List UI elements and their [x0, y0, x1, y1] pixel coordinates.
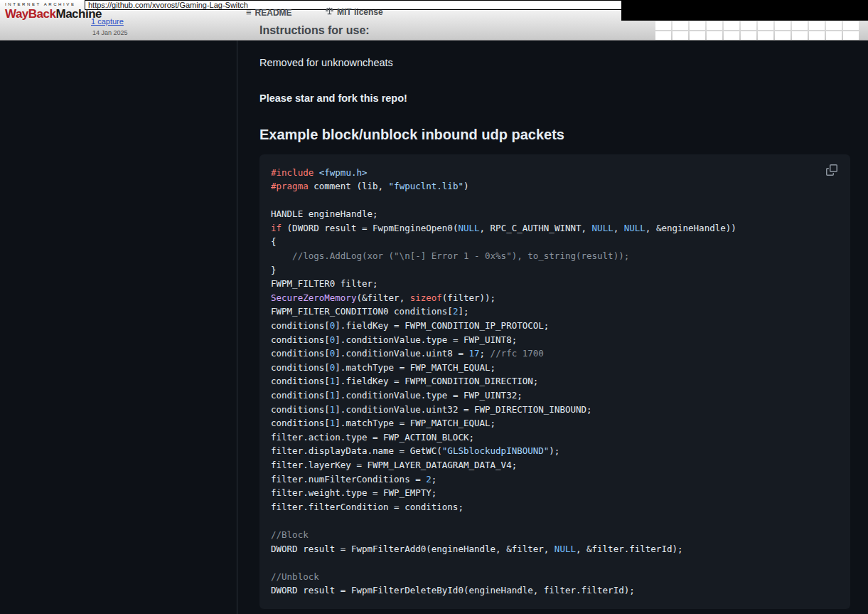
code-token: filter.displayData.name = GetWC(	[271, 445, 442, 456]
code-token: "fwpuclnt.lib"	[389, 181, 464, 191]
code-line	[271, 514, 839, 528]
browser-screen: INTERNET ARCHIVE WayBackMachine 1 captur…	[0, 0, 868, 614]
code-token: SecureZeroMemory	[271, 292, 356, 303]
capture-grid-cell[interactable]	[758, 31, 773, 40]
code-line: //logs.AddLog(xor ("\n[-] Error 1 - 0x%s…	[271, 249, 839, 263]
code-token: DWORD result = FwpmFilterAdd0(engineHand…	[271, 544, 554, 554]
code-token: //Block	[271, 529, 309, 540]
capture-grid-cell[interactable]	[724, 21, 739, 30]
capture-grid-cell[interactable]	[843, 21, 859, 30]
capture-grid-cell[interactable]	[792, 21, 808, 30]
code-token: conditions[	[271, 418, 330, 428]
code-token: , RPC_C_AUTHN_WINNT,	[480, 223, 592, 233]
capture-grid-cell[interactable]	[724, 31, 739, 40]
code-line: }	[271, 263, 839, 277]
code-line: HANDLE engineHandle;	[271, 207, 839, 221]
code-token: filter.layerKey = FWPM_LAYER_DATAGRAM_DA…	[271, 460, 517, 470]
code-token: NULL	[458, 223, 479, 233]
capture-grid-cell[interactable]	[690, 31, 705, 40]
code-line: filter.layerKey = FWPM_LAYER_DATAGRAM_DA…	[271, 458, 839, 472]
capture-grid-cell[interactable]	[843, 31, 859, 40]
code-line: filter.filterCondition = conditions;	[271, 500, 839, 514]
code-line: conditions[1].conditionValue.type = FWP_…	[271, 388, 839, 403]
logo-wayback-text: WayBack	[5, 7, 55, 21]
code-token: HANDLE engineHandle;	[271, 208, 378, 219]
capture-grid-cell[interactable]	[690, 21, 705, 30]
capture-grid-cell[interactable]	[741, 31, 756, 40]
wayback-banner: INTERNET ARCHIVE WayBackMachine 1 captur…	[0, 0, 868, 41]
code-line: filter.displayData.name = GetWC("GLSbloc…	[271, 444, 839, 458]
code-token: filter.filterCondition = conditions;	[271, 502, 464, 512]
capture-grid-cell[interactable]	[758, 21, 773, 30]
code-line	[271, 194, 839, 208]
capture-grid-cell[interactable]	[826, 21, 842, 30]
wayback-logo[interactable]: INTERNET ARCHIVE WayBackMachine	[5, 2, 102, 20]
code-line: DWORD result = FwpmFilterDeleteById0(eng…	[271, 583, 839, 598]
capture-grid-cell[interactable]	[792, 31, 808, 40]
code-token: #include	[271, 167, 314, 178]
code-token: filter.weight.type = FWP_EMPTY;	[271, 487, 436, 498]
code-token: ].conditionValue.type = FWP_UINT8;	[335, 334, 517, 345]
code-token: ];	[458, 306, 468, 317]
code-token: comment (lib,	[309, 181, 389, 191]
code-line: DWORD result = FwpmFilterAdd0(engineHand…	[271, 542, 839, 556]
code-token: //rfc 1700	[491, 348, 544, 359]
code-token: conditions[	[271, 376, 330, 386]
list-icon: ≡	[246, 7, 252, 18]
code-token: ].matchType = FWP_MATCH_EQUAL;	[335, 418, 495, 428]
capture-grid-cell[interactable]	[775, 31, 791, 40]
capture-grid-cell[interactable]	[707, 31, 722, 40]
code-token: conditions[	[271, 348, 330, 359]
code-token: 17	[468, 348, 479, 359]
capture-grid-cell[interactable]	[809, 21, 825, 30]
code-token: conditions[	[271, 320, 330, 331]
code-line: SecureZeroMemory(&filter, sizeof(filter)…	[271, 291, 839, 305]
code-token: NULL	[554, 544, 576, 554]
code-token: (DWORD result = FwpmEngineOpen0(	[282, 223, 458, 233]
code-token: ].fieldKey = FWPM_CONDITION_DIRECTION;	[335, 376, 538, 386]
code-token: )	[464, 181, 469, 191]
capture-grid-cell[interactable]	[775, 21, 791, 30]
banner-black-strip	[621, 0, 868, 21]
code-line: conditions[0].conditionValue.uint8 = 17;…	[271, 346, 839, 361]
code-token: conditions[	[271, 362, 330, 373]
capture-grid-cell[interactable]	[707, 21, 722, 30]
wayback-machine-logo-text: WayBackMachine	[5, 8, 102, 20]
readme-section-title-partial: Instructions for use:	[259, 24, 370, 37]
code-line	[271, 556, 839, 570]
capture-grid-cell[interactable]	[673, 31, 688, 40]
code-token: ].matchType = FWP_MATCH_EQUAL;	[335, 362, 495, 373]
code-token: #pragma	[271, 181, 309, 191]
code-token: ].fieldKey = FWPM_CONDITION_IP_PROTOCOL;	[335, 320, 549, 331]
license-tab-text: MIT license	[337, 7, 383, 17]
code-line: conditions[1].conditionValue.uint32 = FW…	[271, 403, 839, 417]
readme-paragraph: Removed for unknowncheats	[259, 55, 850, 71]
code-token: }	[271, 265, 277, 275]
code-line: conditions[1].fieldKey = FWPM_CONDITION_…	[271, 374, 839, 388]
code-token: );	[549, 445, 559, 456]
code-content[interactable]: #include <fwpmu.h>#pragma comment (lib, …	[271, 166, 839, 598]
copy-code-button[interactable]	[823, 162, 840, 179]
code-line: if (DWORD result = FwpmEngineOpen0(NULL,…	[271, 221, 839, 235]
code-token: , &filter.filterId);	[576, 544, 683, 554]
readme-heading: Example block/unblock inbound udp packet…	[259, 126, 850, 144]
capture-grid-cell[interactable]	[673, 21, 688, 30]
code-token: (&filter,	[356, 292, 409, 303]
code-block: #include <fwpmu.h>#pragma comment (lib, …	[259, 154, 850, 609]
capture-grid-cell[interactable]	[826, 31, 842, 40]
code-token: FWPM_FILTER0 filter;	[271, 278, 378, 289]
capture-count-link[interactable]: 1 capture	[91, 17, 124, 26]
capture-grid-cell[interactable]	[809, 31, 825, 40]
capture-grid-cell[interactable]	[655, 21, 671, 30]
sidebar-divider	[237, 41, 237, 614]
code-token: if	[271, 223, 282, 233]
capture-grid-cell[interactable]	[655, 31, 671, 40]
code-line: filter.numFilterConditions = 2;	[271, 472, 839, 487]
code-token: ;	[480, 348, 491, 359]
readme-paragraph-bold: Please star and fork this repo!	[259, 91, 850, 107]
code-line: {	[271, 235, 839, 249]
readme-tab-label: ≡ README	[246, 7, 292, 18]
capture-grid-cell[interactable]	[741, 21, 756, 30]
code-token: <fwpmu.h>	[319, 167, 368, 178]
code-token: FWPM_FILTER_CONDITION0 conditions[	[271, 306, 453, 317]
